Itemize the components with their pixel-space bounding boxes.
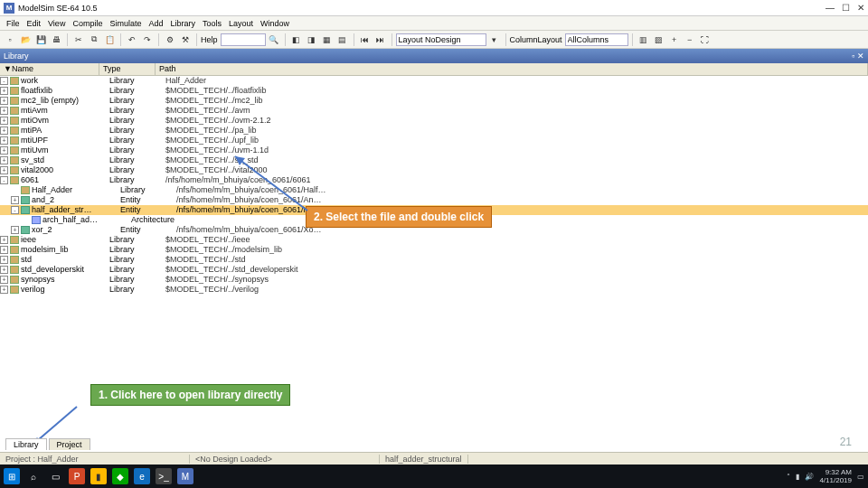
undo-icon[interactable]: ↶ — [125, 33, 139, 47]
tray-notif-icon[interactable]: ▭ — [857, 473, 864, 481]
terminal-icon[interactable]: >_ — [156, 468, 172, 484]
expander-icon[interactable]: - — [0, 77, 8, 85]
expander-icon[interactable]: + — [0, 276, 8, 284]
search-icon[interactable]: 🔍 — [267, 33, 281, 47]
zoom-in-icon[interactable]: + — [667, 33, 682, 47]
panel-close-icon[interactable]: ▫ ✕ — [852, 52, 864, 61]
cut-icon[interactable]: ✂ — [71, 33, 86, 47]
expander-icon[interactable]: - — [0, 176, 8, 184]
row-type: Library — [109, 155, 165, 165]
tree-row[interactable]: +floatfixlibLibrary$MODEL_TECH/../floatf… — [0, 86, 868, 96]
tab-project[interactable]: Project — [49, 438, 90, 450]
row-name: synopsys — [21, 275, 109, 285]
powerpoint-icon[interactable]: P — [69, 468, 85, 484]
step-fwd-icon[interactable]: ⏭ — [373, 33, 388, 47]
help-input[interactable] — [221, 33, 266, 46]
grid-b-icon[interactable]: ▨ — [652, 33, 666, 47]
menu-window[interactable]: Window — [258, 19, 292, 28]
expander-icon[interactable]: + — [0, 236, 8, 244]
save-icon[interactable]: 💾 — [33, 33, 48, 47]
tree-row[interactable]: +vital2000Library$MODEL_TECH/../vital200… — [0, 165, 868, 175]
menu-library[interactable]: Library — [167, 19, 198, 28]
menu-file[interactable]: File — [4, 19, 23, 28]
maximize-button[interactable]: ☐ — [842, 3, 850, 13]
tool-b-icon[interactable]: ◨ — [305, 33, 319, 47]
paste-icon[interactable]: 📋 — [102, 33, 117, 47]
tab-library[interactable]: Library — [5, 438, 47, 450]
chevron-down-icon[interactable]: ▾ — [487, 33, 502, 47]
expander-icon[interactable]: + — [0, 246, 8, 254]
col-name[interactable]: ▼Name — [0, 63, 99, 75]
print-icon[interactable]: 🖶 — [49, 33, 63, 47]
tree-row[interactable]: +modelsim_libLibrary$MODEL_TECH/../model… — [0, 245, 868, 255]
tree-row[interactable]: +mtiAvmLibrary$MODEL_TECH/../avm — [0, 106, 868, 116]
menu-edit[interactable]: Edit — [24, 19, 44, 28]
new-icon[interactable]: ▫ — [3, 33, 17, 47]
zoom-fit-icon[interactable]: ⛶ — [698, 33, 712, 47]
tool-d-icon[interactable]: ▤ — [335, 33, 350, 47]
expander-icon[interactable]: + — [0, 256, 8, 264]
col-path[interactable]: Path — [156, 63, 868, 75]
tree-row[interactable]: +mtiPALibrary$MODEL_TECH/../pa_lib — [0, 126, 868, 136]
tree-row[interactable]: -workLibraryHalf_Adder — [0, 76, 868, 86]
tree-row[interactable]: +mtiUvmLibrary$MODEL_TECH/../uvm-1.1d — [0, 145, 868, 155]
explorer-icon[interactable]: ▮ — [90, 468, 107, 484]
tree-row[interactable]: +mc2_lib (empty)Library$MODEL_TECH/../mc… — [0, 96, 868, 106]
modelsim-taskbar-icon[interactable]: M — [177, 468, 193, 484]
start-icon[interactable]: ⊞ — [4, 468, 20, 484]
tree-row[interactable]: Half_AdderLibrary/nfs/home/m/m_bhuiya/co… — [0, 185, 868, 195]
tree-row[interactable]: +stdLibrary$MODEL_TECH/../std — [0, 255, 868, 265]
menu-view[interactable]: View — [45, 19, 68, 28]
tool-a-icon[interactable]: ◧ — [289, 33, 304, 47]
menu-simulate[interactable]: Simulate — [107, 19, 144, 28]
tray-net-icon[interactable]: ▮ — [796, 473, 799, 481]
tree-row[interactable]: +mtiOvmLibrary$MODEL_TECH/../ovm-2.1.2 — [0, 116, 868, 126]
expander-icon[interactable]: + — [0, 97, 8, 105]
grid-a-icon[interactable]: ▥ — [637, 33, 651, 47]
expander-icon[interactable]: - — [11, 206, 19, 214]
expander-icon[interactable]: + — [0, 156, 8, 164]
expander-icon[interactable]: + — [0, 127, 8, 135]
expander-icon[interactable]: + — [11, 196, 19, 204]
menu-compile[interactable]: Compile — [70, 19, 105, 28]
minimize-button[interactable]: — — [826, 3, 835, 13]
open-icon[interactable]: 📂 — [18, 33, 33, 47]
app-icon-2[interactable]: ◆ — [112, 468, 128, 484]
copy-icon[interactable]: ⧉ — [87, 33, 101, 47]
compile-icon[interactable]: ⚙ — [163, 33, 177, 47]
menu-tools[interactable]: Tools — [200, 19, 224, 28]
tool-c-icon[interactable]: ▦ — [320, 33, 335, 47]
tray-vol-icon[interactable]: 🔊 — [805, 473, 814, 481]
zoom-out-icon[interactable]: − — [683, 33, 697, 47]
menu-layout[interactable]: Layout — [226, 19, 256, 28]
tree-row[interactable]: +verilogLibrary$MODEL_TECH/../verilog — [0, 285, 868, 295]
search-taskbar-icon[interactable]: ⌕ — [25, 468, 42, 484]
layout-select[interactable] — [396, 33, 486, 46]
tray-up-icon[interactable]: ˄ — [787, 473, 790, 481]
close-button[interactable]: ✕ — [857, 3, 864, 13]
tree-row[interactable]: +and_2Entity/nfs/home/m/m_bhuiya/coen_60… — [0, 195, 868, 205]
redo-icon[interactable]: ↷ — [140, 33, 155, 47]
expander-icon[interactable]: + — [0, 107, 8, 115]
expander-icon[interactable]: + — [0, 266, 8, 274]
col-type[interactable]: Type — [99, 63, 156, 75]
compile-all-icon[interactable]: ⚒ — [178, 33, 193, 47]
tree-row[interactable]: -6061Library/nfs/home/m/m_bhuiya/coen_60… — [0, 175, 868, 185]
expander-icon[interactable]: + — [0, 87, 8, 95]
expander-icon[interactable]: + — [0, 286, 8, 294]
tree-row[interactable]: +std_developerskitLibrary$MODEL_TECH/../… — [0, 265, 868, 275]
expander-icon[interactable]: + — [0, 146, 8, 155]
expander-icon[interactable]: + — [11, 226, 19, 234]
collayout-select[interactable] — [565, 33, 628, 46]
expander-icon[interactable]: + — [0, 166, 8, 174]
step-back-icon[interactable]: ⏮ — [358, 33, 373, 47]
ie-icon[interactable]: e — [134, 468, 150, 484]
expander-icon[interactable]: + — [0, 117, 8, 125]
taskview-icon[interactable]: ▭ — [47, 468, 63, 484]
tree-row[interactable]: +mtiUPFLibrary$MODEL_TECH/../upf_lib — [0, 136, 868, 145]
menu-add[interactable]: Add — [146, 19, 165, 28]
tree-row[interactable]: +ieeeLibrary$MODEL_TECH/../ieee — [0, 235, 868, 245]
tree-row[interactable]: +synopsysLibrary$MODEL_TECH/../synopsys — [0, 275, 868, 285]
tree-row[interactable]: +sv_stdLibrary$MODEL_TECH/../sv_std — [0, 155, 868, 165]
expander-icon[interactable]: + — [0, 136, 8, 145]
